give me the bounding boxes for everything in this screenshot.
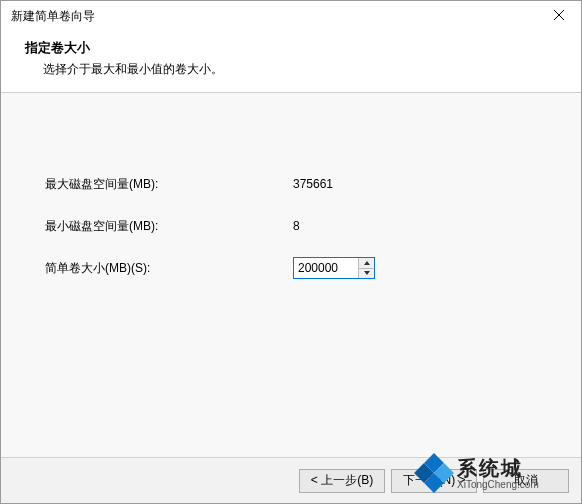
chevron-down-icon — [364, 271, 370, 275]
spinner-up-button[interactable] — [359, 258, 374, 269]
footer: < 上一步(B) 下一步(N) > 取消 — [1, 457, 581, 503]
min-space-value: 8 — [293, 219, 300, 233]
cancel-button[interactable]: 取消 — [483, 469, 569, 493]
close-icon — [554, 10, 564, 20]
volume-size-input[interactable] — [294, 258, 358, 278]
volume-size-row: 简单卷大小(MB)(S): — [45, 257, 581, 279]
min-space-row: 最小磁盘空间量(MB): 8 — [45, 215, 581, 237]
page-title: 指定卷大小 — [25, 39, 581, 57]
spinner-buttons — [358, 258, 374, 278]
min-space-label: 最小磁盘空间量(MB): — [45, 218, 293, 235]
titlebar: 新建简单卷向导 — [1, 1, 581, 31]
max-space-label: 最大磁盘空间量(MB): — [45, 176, 293, 193]
spinner-down-button[interactable] — [359, 269, 374, 279]
max-space-value: 375661 — [293, 177, 333, 191]
close-button[interactable] — [537, 1, 581, 29]
volume-size-label: 简单卷大小(MB)(S): — [45, 260, 293, 277]
chevron-up-icon — [364, 261, 370, 265]
page-subtitle: 选择介于最大和最小值的卷大小。 — [43, 61, 581, 78]
header-area: 指定卷大小 选择介于最大和最小值的卷大小。 — [1, 31, 581, 93]
wizard-window: 新建简单卷向导 指定卷大小 选择介于最大和最小值的卷大小。 最大磁盘空间量(MB… — [0, 0, 582, 504]
back-button[interactable]: < 上一步(B) — [299, 469, 385, 493]
volume-size-spinner — [293, 257, 375, 279]
next-button[interactable]: 下一步(N) > — [391, 469, 477, 493]
max-space-row: 最大磁盘空间量(MB): 375661 — [45, 173, 581, 195]
window-title: 新建简单卷向导 — [11, 8, 95, 25]
content-area: 最大磁盘空间量(MB): 375661 最小磁盘空间量(MB): 8 简单卷大小… — [1, 93, 581, 457]
